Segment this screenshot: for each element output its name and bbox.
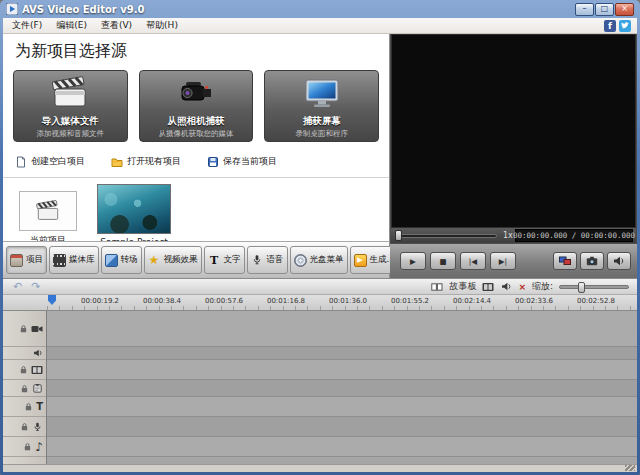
sample-project-thumbnail bbox=[97, 184, 171, 234]
capture-screen-card[interactable]: 捕获屏幕 录制桌面和程序 bbox=[264, 70, 379, 142]
speaker-icon[interactable] bbox=[500, 281, 512, 292]
menu-help[interactable]: 帮助(H) bbox=[139, 18, 185, 33]
track-header-music[interactable]: ♪ bbox=[3, 437, 46, 457]
folder-icon bbox=[111, 156, 123, 168]
save-disk-icon bbox=[207, 156, 219, 168]
menu-file[interactable]: 文件(F) bbox=[5, 18, 49, 33]
seek-bar: 1x 00:00:00.000 / 00:00:00.000 bbox=[391, 228, 636, 243]
ruler-label: 00:00:57.6 bbox=[205, 297, 243, 305]
zoom-label: 缩放: bbox=[532, 280, 553, 293]
resize-grip[interactable] bbox=[625, 465, 635, 471]
seek-slider[interactable] bbox=[397, 234, 497, 238]
capture-screen-sublabel: 录制桌面和程序 bbox=[267, 129, 376, 139]
seek-handle[interactable] bbox=[395, 230, 402, 241]
lock-icon[interactable] bbox=[19, 365, 28, 374]
next-frame-button[interactable]: ▶| bbox=[490, 252, 516, 270]
tab-video-effects[interactable]: ★视频效果 bbox=[144, 246, 202, 274]
content: 为新项目选择源 bbox=[3, 34, 637, 472]
main-tabs: 项目 媒体库 转场 ★视频效果 T文字 语音 光盘菜单 ▶生成... bbox=[3, 241, 390, 278]
current-project-thumbnail bbox=[19, 191, 77, 231]
play-button[interactable]: ▶ bbox=[400, 252, 426, 270]
tab-disc-menu[interactable]: 光盘菜单 bbox=[290, 246, 348, 274]
lock-icon[interactable] bbox=[20, 384, 29, 393]
save-project-link[interactable]: 保存当前项目 bbox=[207, 155, 277, 168]
import-media-card[interactable]: 导入媒体文件 添加视频和音频文件 bbox=[13, 70, 128, 142]
lock-icon[interactable] bbox=[20, 422, 29, 431]
video-camera-icon bbox=[31, 324, 43, 334]
storyboard-icon[interactable] bbox=[431, 281, 443, 292]
facebook-icon[interactable]: f bbox=[604, 20, 616, 32]
ruler-label: 00:02:52.8 bbox=[577, 297, 615, 305]
import-media-sublabel: 添加视频和音频文件 bbox=[16, 129, 125, 139]
storyboard-label[interactable]: 故事板 bbox=[449, 280, 476, 293]
track-header-clipboard[interactable] bbox=[3, 380, 46, 397]
tab-media-library[interactable]: 媒体库 bbox=[49, 246, 99, 274]
ruler-label: 00:01:16.8 bbox=[267, 297, 305, 305]
timeline-track[interactable] bbox=[47, 347, 637, 360]
ruler-label: 00:02:14.4 bbox=[453, 297, 491, 305]
app-window: AVS Video Editor v9.0 – □ × 文件(F) 编辑(E) … bbox=[0, 0, 640, 475]
menu-view[interactable]: 查看(V) bbox=[94, 18, 139, 33]
timeline-track[interactable] bbox=[47, 397, 637, 417]
close-button[interactable]: × bbox=[615, 3, 634, 16]
timeline-toolbar: ↶ ↷ 故事板 × 缩放: bbox=[3, 278, 637, 295]
app-icon bbox=[6, 3, 18, 15]
timeline-tracks: T ♪ bbox=[3, 311, 637, 464]
maximize-button[interactable]: □ bbox=[595, 3, 614, 16]
timeline-track[interactable] bbox=[47, 417, 637, 437]
track-header-text[interactable]: T bbox=[3, 397, 46, 417]
twitter-icon[interactable] bbox=[619, 20, 631, 32]
clipboard-icon bbox=[32, 383, 43, 393]
current-project-item[interactable]: 当前项目 bbox=[19, 191, 77, 241]
timeline-track[interactable] bbox=[47, 380, 637, 397]
track-header-video[interactable] bbox=[3, 311, 46, 347]
ruler-label: 00:00:19.2 bbox=[81, 297, 119, 305]
project-icon bbox=[10, 254, 23, 267]
redo-button[interactable]: ↷ bbox=[31, 281, 40, 292]
project-links: 创建空白项目 打开现有项目 保存当前项目 bbox=[15, 155, 389, 168]
track-header-voice[interactable] bbox=[3, 417, 46, 437]
undo-button[interactable]: ↶ bbox=[13, 281, 22, 292]
delete-object-button[interactable]: × bbox=[518, 282, 526, 292]
stop-button[interactable]: ■ bbox=[430, 252, 456, 270]
capture-camera-card[interactable]: 从照相机捕获 从摄像机获取您的媒体 bbox=[139, 70, 254, 142]
track-content-area bbox=[47, 311, 637, 464]
filmstrip-icon bbox=[53, 254, 66, 267]
lock-icon[interactable] bbox=[19, 324, 28, 333]
timeline-track[interactable] bbox=[47, 437, 637, 457]
tab-text[interactable]: T文字 bbox=[204, 246, 245, 274]
blank-page-icon bbox=[15, 156, 27, 168]
tab-project[interactable]: 项目 bbox=[6, 246, 47, 274]
previous-frame-button[interactable]: |◀ bbox=[460, 252, 486, 270]
lock-icon[interactable] bbox=[24, 402, 33, 411]
zoom-slider[interactable] bbox=[559, 285, 629, 289]
tab-voice[interactable]: 语音 bbox=[247, 246, 288, 274]
camcorder-icon bbox=[140, 73, 253, 113]
timeline-track[interactable] bbox=[47, 360, 637, 380]
timeline-track[interactable] bbox=[47, 311, 637, 347]
zoom-handle[interactable] bbox=[578, 282, 585, 293]
sample-project-item[interactable]: Sample Project bbox=[97, 184, 171, 241]
produce-icon: ▶ bbox=[354, 254, 367, 267]
text-icon: T bbox=[208, 254, 221, 267]
tab-transitions[interactable]: 转场 bbox=[101, 246, 142, 274]
create-blank-project-link[interactable]: 创建空白项目 bbox=[15, 155, 85, 168]
snapshot-button[interactable] bbox=[580, 252, 604, 270]
recent-projects: 当前项目 Sample Project bbox=[19, 184, 389, 241]
title-bar: AVS Video Editor v9.0 – □ × bbox=[3, 0, 637, 18]
film-icon[interactable] bbox=[482, 281, 494, 292]
open-project-link[interactable]: 打开现有项目 bbox=[111, 155, 181, 168]
menu-edit[interactable]: 编辑(E) bbox=[49, 18, 94, 33]
minimize-button[interactable]: – bbox=[575, 3, 594, 16]
dual-screen-button[interactable] bbox=[553, 252, 577, 270]
import-media-label: 导入媒体文件 bbox=[14, 115, 127, 128]
volume-button[interactable] bbox=[607, 252, 631, 270]
track-header-audio[interactable] bbox=[3, 347, 46, 360]
menu-bar: 文件(F) 编辑(E) 查看(V) 帮助(H) f bbox=[3, 18, 637, 34]
track-header-overlay[interactable] bbox=[3, 360, 46, 380]
lock-icon[interactable] bbox=[23, 442, 32, 451]
playhead-marker[interactable] bbox=[48, 295, 56, 305]
timeline-ruler[interactable]: 00:00:19.2 00:00:38.4 00:00:57.6 00:01:1… bbox=[3, 295, 637, 311]
audio-speaker-icon bbox=[33, 349, 43, 357]
ruler-label: 00:01:55.2 bbox=[391, 297, 429, 305]
